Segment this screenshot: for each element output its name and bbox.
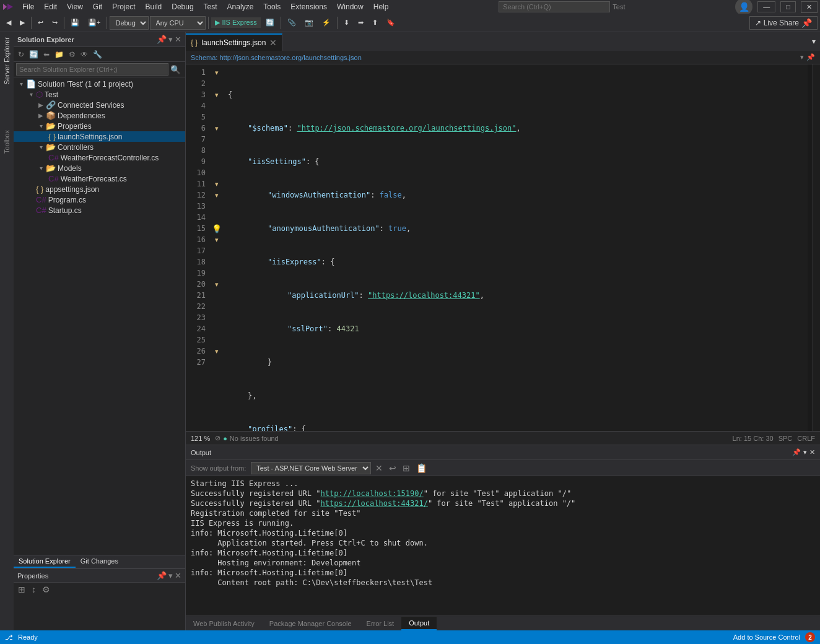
save-button[interactable]: 💾 (67, 17, 83, 28)
url-link-2[interactable]: https://localhost:44321/ (321, 499, 428, 508)
tree-item-weather-model[interactable]: C# WeatherForecast.cs (14, 173, 185, 184)
props-grid-btn[interactable]: ⊞ (16, 584, 27, 595)
gutter-3[interactable]: ▾ (211, 89, 223, 100)
menu-debug[interactable]: Debug (167, 1, 198, 12)
menu-project[interactable]: Project (107, 1, 140, 12)
tree-item-models[interactable]: ▾ 📂 Models (14, 163, 185, 173)
tree-item-startup[interactable]: C# Startup.cs (14, 205, 185, 215)
tab-error-list[interactable]: Error List (359, 617, 402, 630)
tree-item-properties[interactable]: ▾ 📂 Properties (14, 121, 185, 131)
gutter-26[interactable]: ▾ (211, 346, 223, 357)
properties-sol-button[interactable]: ⚙ (67, 50, 77, 59)
git-icon[interactable]: ⎇ (5, 633, 13, 642)
tree-item-connected-services[interactable]: ▶ 🔗 Connected Services (14, 100, 185, 110)
panel-menu-output-icon[interactable]: ▾ (803, 448, 807, 456)
pin-icon[interactable]: 📌 (157, 35, 167, 44)
git-sol-button[interactable]: 🔧 (91, 50, 104, 59)
attach-button[interactable]: 📎 (284, 17, 300, 28)
preview-button[interactable]: 👁 (79, 50, 90, 59)
run-button[interactable]: ▶ IIS Express (211, 17, 260, 28)
collapse-all-button[interactable]: ⬅ (41, 50, 51, 59)
gutter-16[interactable]: ▾ (211, 234, 223, 245)
filter-output-button[interactable]: ⊞ (401, 463, 412, 474)
pin-schema-icon[interactable]: 📌 (806, 53, 815, 61)
menu-extensions[interactable]: Extensions (286, 1, 332, 12)
tab-close-button[interactable]: ✕ (269, 38, 277, 48)
cpu-dropdown[interactable]: Any CPU (150, 16, 206, 30)
error-badge[interactable]: 2 (805, 632, 815, 642)
clear-output-button[interactable]: ✕ (373, 463, 385, 474)
tab-scroll-button[interactable]: ▾ (808, 32, 820, 51)
forward-button[interactable]: ▶ (16, 17, 28, 28)
tree-item-launch-settings[interactable]: { } launchSettings.json (14, 131, 185, 142)
gutter-12[interactable]: ▾ (211, 189, 223, 201)
menu-tools[interactable]: Tools (258, 1, 286, 12)
editor-tab-launch-settings[interactable]: { } launchSettings.json ✕ (186, 33, 282, 51)
search-solution-button[interactable]: 🔍 (168, 65, 183, 74)
refresh-button[interactable]: 🔄 (262, 17, 278, 28)
gutter-11[interactable]: ▾ (211, 178, 223, 189)
panel-menu-icon[interactable]: ▾ (168, 35, 173, 44)
perf-button[interactable]: ⚡ (318, 17, 334, 28)
vertical-scrollbar[interactable] (813, 64, 820, 431)
tree-item-controllers[interactable]: ▾ 📂 Controllers (14, 142, 185, 152)
solution-search-input[interactable] (16, 63, 168, 76)
menu-file[interactable]: File (17, 1, 39, 12)
menu-window[interactable]: Window (332, 1, 369, 12)
minimize-button[interactable]: — (757, 1, 775, 12)
props-sort-btn[interactable]: ↕ (30, 584, 38, 595)
screenshot-button[interactable]: 📷 (301, 17, 317, 28)
gutter-6[interactable]: ▾ (211, 123, 223, 134)
panel-menu-props-icon[interactable]: ▾ (168, 571, 173, 580)
search-input[interactable] (499, 1, 610, 12)
undo-button[interactable]: ↩ (34, 17, 47, 28)
bookmark-button[interactable]: 🔖 (383, 17, 399, 28)
show-all-files-button[interactable]: 📁 (53, 50, 66, 59)
tree-item-appsettings[interactable]: { } appsettings.json (14, 184, 185, 194)
step-into-button[interactable]: ⬇ (340, 17, 353, 28)
tree-item-program[interactable]: C# Program.cs (14, 194, 185, 205)
server-explorer-icon[interactable]: Server Explorer (2, 35, 12, 87)
gutter-1[interactable]: ▾ (211, 67, 223, 78)
add-to-source-label[interactable]: Add to Source Control (733, 633, 800, 641)
props-config-btn[interactable]: ⚙ (40, 584, 52, 595)
expand-icon[interactable]: ▾ (800, 53, 804, 61)
close-props-icon[interactable]: ✕ (175, 571, 181, 580)
output-source-dropdown[interactable]: Test - ASP.NET Core Web Server (251, 462, 371, 474)
redo-button[interactable]: ↪ (48, 17, 61, 28)
code-content[interactable]: { "$schema": "http://json.schemastore.or… (223, 64, 808, 431)
live-share-button[interactable]: ↗ Live Share 📌 (749, 16, 818, 30)
tab-web-publish[interactable]: Web Publish Activity (186, 617, 262, 630)
save-all-button[interactable]: 💾+ (84, 17, 104, 28)
step-over-button[interactable]: ➡ (354, 17, 367, 28)
tab-output[interactable]: Output (401, 617, 437, 630)
pin-output-icon[interactable]: 📌 (792, 448, 801, 456)
pin-props-icon[interactable]: 📌 (157, 571, 167, 580)
sync-button[interactable]: ↻ (16, 50, 26, 59)
back-button[interactable]: ◀ (2, 17, 15, 28)
debug-mode-dropdown[interactable]: Debug (110, 16, 149, 30)
wrap-output-button[interactable]: ↩ (387, 463, 398, 474)
tree-item-weather-controller[interactable]: C# WeatherForecastController.cs (14, 152, 185, 163)
menu-build[interactable]: Build (141, 1, 167, 12)
tree-item-dependencies[interactable]: ▶ 📦 Dependencies (14, 110, 185, 121)
menu-help[interactable]: Help (369, 1, 394, 12)
gutter-20[interactable]: ▾ (211, 279, 223, 290)
copy-output-button[interactable]: 📋 (414, 463, 429, 474)
toolbox-icon[interactable]: Toolbox (2, 128, 12, 156)
step-out-button[interactable]: ⬆ (369, 17, 382, 28)
tab-package-manager[interactable]: Package Manager Console (262, 617, 359, 630)
tab-git-changes[interactable]: Git Changes (76, 555, 123, 568)
close-output-icon[interactable]: ✕ (809, 448, 815, 456)
menu-test[interactable]: Test (199, 1, 222, 12)
menu-analyze[interactable]: Analyze (222, 1, 259, 12)
menu-view[interactable]: View (62, 1, 88, 12)
tree-item-solution[interactable]: ▾ 📄 Solution 'Test' (1 of 1 project) (14, 79, 185, 89)
url-link-1[interactable]: http://localhost:15190/ (321, 489, 424, 498)
menu-git[interactable]: Git (88, 1, 107, 12)
refresh-sol-button[interactable]: 🔄 (27, 50, 40, 59)
close-button[interactable]: ✕ (801, 1, 818, 13)
tree-item-project[interactable]: ▾ ⬡ Test (14, 89, 185, 100)
tab-solution-explorer[interactable]: Solution Explorer (14, 555, 76, 568)
menu-edit[interactable]: Edit (39, 1, 62, 12)
